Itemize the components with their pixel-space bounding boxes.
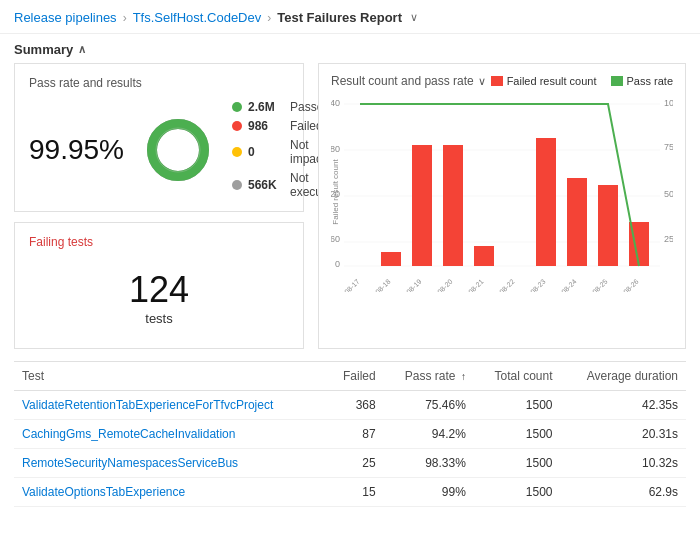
summary-title: Summary — [14, 42, 73, 57]
chart-legend-failed-label: Failed result count — [507, 75, 597, 87]
cell-failed: 15 — [327, 478, 384, 507]
svg-text:2018-08-17: 2018-08-17 — [331, 278, 361, 292]
cell-total: 1500 — [474, 449, 561, 478]
legend-not-executed-dot — [232, 180, 242, 190]
left-panel: Pass rate and results 99.95% — [14, 63, 304, 349]
main-content: Pass rate and results 99.95% — [0, 63, 700, 349]
chart-dropdown-icon[interactable]: ∨ — [478, 75, 486, 88]
cell-total: 1500 — [474, 478, 561, 507]
svg-text:2018-08-22: 2018-08-22 — [485, 278, 515, 292]
cell-failed: 25 — [327, 449, 384, 478]
chart-legend-passrate-color — [611, 76, 623, 86]
table-body: ValidateRetentionTabExperienceForTfvcPro… — [14, 391, 686, 507]
cell-pass-rate: 94.2% — [384, 420, 474, 449]
legend-passed-value: 2.6M — [248, 100, 284, 114]
bar-chart-svg: 240 180 120 60 0 Failed result count 100… — [331, 92, 673, 292]
svg-text:2018-08-25: 2018-08-25 — [578, 278, 608, 292]
chart-legend-passrate-label: Pass rate — [627, 75, 673, 87]
svg-text:2018-08-23: 2018-08-23 — [516, 278, 546, 292]
svg-text:2018-08-21: 2018-08-21 — [454, 278, 484, 292]
cell-failed: 368 — [327, 391, 384, 420]
svg-text:25: 25 — [664, 234, 673, 244]
svg-text:2018-08-26: 2018-08-26 — [609, 278, 639, 292]
breadcrumb-sep-1: › — [123, 11, 127, 25]
chart-legend-failed: Failed result count — [491, 75, 597, 87]
cell-test-name[interactable]: CachingGms_RemoteCacheInvalidation — [14, 420, 327, 449]
bar-2 — [412, 145, 432, 266]
failing-tests-title: Failing tests — [29, 235, 289, 249]
chart-header: Result count and pass rate ∨ Failed resu… — [331, 74, 673, 88]
chart-svg-area: 240 180 120 60 0 Failed result count 100… — [331, 92, 673, 292]
col-header-passrate[interactable]: Pass rate ↑ — [384, 362, 474, 391]
col-header-test: Test — [14, 362, 327, 391]
result-chart-panel: Result count and pass rate ∨ Failed resu… — [318, 63, 686, 349]
pass-rate-card: Pass rate and results 99.95% — [14, 63, 304, 212]
svg-text:2018-08-24: 2018-08-24 — [547, 278, 577, 292]
bar-8 — [598, 185, 618, 266]
pass-rate-title: Pass rate and results — [29, 76, 289, 90]
cell-test-name[interactable]: ValidateRetentionTabExperienceForTfvcPro… — [14, 391, 327, 420]
table-header-row: Test Failed Pass rate ↑ Total count Aver… — [14, 362, 686, 391]
failing-tests-label: tests — [145, 311, 172, 326]
bar-3 — [443, 145, 463, 266]
cell-total: 1500 — [474, 391, 561, 420]
summary-section-header: Summary ∧ — [0, 34, 700, 63]
chart-title-text: Result count and pass rate — [331, 74, 474, 88]
chart-legend-area: Failed result count Pass rate — [491, 75, 673, 87]
col-header-failed: Failed — [327, 362, 384, 391]
pass-rate-line — [360, 104, 639, 266]
cell-avg-duration: 20.31s — [561, 420, 686, 449]
donut-chart — [142, 114, 214, 186]
donut-svg — [142, 114, 214, 186]
failing-tests-card: Failing tests 124 tests — [14, 222, 304, 349]
cell-avg-duration: 42.35s — [561, 391, 686, 420]
bar-6 — [536, 138, 556, 266]
cell-test-name[interactable]: ValidateOptionsTabExperience — [14, 478, 327, 507]
svg-text:0: 0 — [335, 259, 340, 269]
svg-text:60: 60 — [331, 234, 340, 244]
summary-toggle-icon[interactable]: ∧ — [78, 43, 86, 56]
table-row: CachingGms_RemoteCacheInvalidation 87 94… — [14, 420, 686, 449]
svg-text:240: 240 — [331, 98, 340, 108]
col-header-avg-duration: Average duration — [561, 362, 686, 391]
table-row: ValidateRetentionTabExperienceForTfvcPro… — [14, 391, 686, 420]
legend-failed-value: 986 — [248, 119, 284, 133]
legend-not-impacted-dot — [232, 147, 242, 157]
bar-4 — [474, 246, 494, 266]
bar-7 — [567, 178, 587, 266]
sort-icon: ↑ — [461, 371, 466, 382]
cell-failed: 87 — [327, 420, 384, 449]
svg-text:100: 100 — [664, 98, 673, 108]
svg-text:2018-08-18: 2018-08-18 — [361, 278, 391, 292]
breadcrumb-item-release[interactable]: Release pipelines — [14, 10, 117, 25]
table-row: ValidateOptionsTabExperience 15 99% 1500… — [14, 478, 686, 507]
cell-avg-duration: 10.32s — [561, 449, 686, 478]
bar-1 — [381, 252, 401, 266]
failing-tests-content: 124 tests — [29, 259, 289, 336]
chart-title: Result count and pass rate ∨ — [331, 74, 486, 88]
legend-not-impacted-value: 0 — [248, 145, 284, 159]
svg-text:2018-08-20: 2018-08-20 — [423, 278, 453, 292]
svg-text:2018-08-19: 2018-08-19 — [392, 278, 422, 292]
breadcrumb-item-selfhost[interactable]: Tfs.SelfHost.CodeDev — [133, 10, 262, 25]
test-results-table: Test Failed Pass rate ↑ Total count Aver… — [14, 362, 686, 507]
cell-total: 1500 — [474, 420, 561, 449]
cell-test-name[interactable]: RemoteSecurityNamespacesServiceBus — [14, 449, 327, 478]
legend-passed-dot — [232, 102, 242, 112]
svg-text:75: 75 — [664, 142, 673, 152]
cell-avg-duration: 62.9s — [561, 478, 686, 507]
svg-text:Failed result count: Failed result count — [331, 159, 340, 225]
svg-text:180: 180 — [331, 144, 340, 154]
breadcrumb: Release pipelines › Tfs.SelfHost.CodeDev… — [0, 0, 700, 34]
failing-tests-count: 124 — [129, 269, 189, 311]
legend-not-executed-value: 566K — [248, 178, 284, 192]
svg-text:50: 50 — [664, 189, 673, 199]
chart-legend-passrate: Pass rate — [611, 75, 673, 87]
test-results-table-section: Test Failed Pass rate ↑ Total count Aver… — [14, 361, 686, 507]
chart-legend-failed-color — [491, 76, 503, 86]
pass-rate-content: 99.95% — [29, 100, 289, 199]
cell-pass-rate: 99% — [384, 478, 474, 507]
breadcrumb-dropdown-icon[interactable]: ∨ — [410, 11, 418, 24]
table-row: RemoteSecurityNamespacesServiceBus 25 98… — [14, 449, 686, 478]
cell-pass-rate: 98.33% — [384, 449, 474, 478]
